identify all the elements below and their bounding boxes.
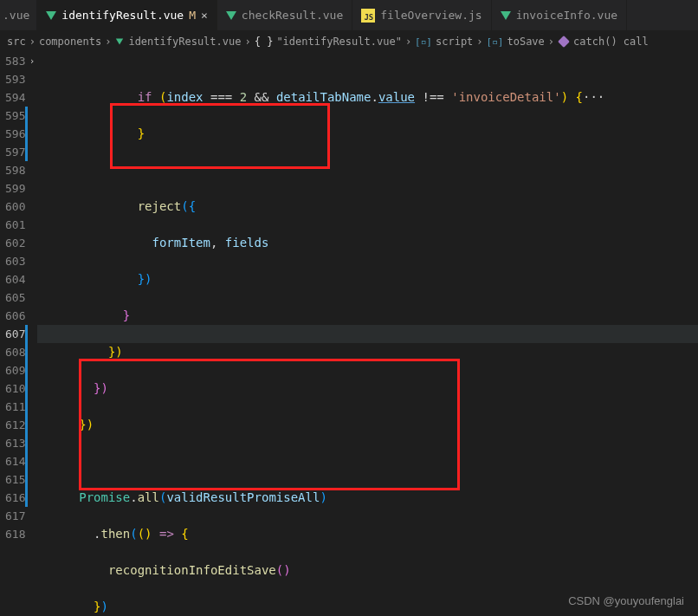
line-number: 610 — [5, 382, 25, 395]
chevron-right-icon: › — [105, 36, 111, 48]
code-area[interactable]: if (index === 2 && detailTabName.value !… — [37, 52, 698, 616]
line-number: 594 — [5, 91, 25, 104]
tab-label: fileOverview.js — [380, 9, 481, 22]
vue-icon — [501, 11, 511, 20]
line-number: 615 — [5, 473, 25, 486]
git-modified-bar — [25, 107, 28, 125]
git-modified-bar — [25, 361, 28, 379]
git-modified-bar — [25, 343, 28, 361]
line-number: 617 — [5, 509, 25, 522]
chevron-right-icon: › — [405, 36, 411, 48]
bc-item[interactable]: "identifyResult.vue" — [276, 36, 402, 48]
line-number: 595 — [5, 109, 25, 122]
braces-icon: { } — [255, 36, 274, 48]
tab-identifyresult[interactable]: identifyResult.vue M × — [37, 0, 217, 30]
script-icon: [▫] — [415, 36, 432, 48]
line-number: 599 — [5, 182, 25, 195]
bc-item[interactable]: script — [436, 36, 473, 48]
tab-fileoverview[interactable]: JS fileOverview.js — [352, 0, 491, 30]
breadcrumb[interactable]: src › components › identifyResult.vue › … — [0, 31, 698, 52]
tab-label: checkResult.vue — [242, 9, 343, 22]
close-icon[interactable]: × — [201, 9, 208, 22]
line-number: 612 — [5, 418, 25, 431]
line-gutter: 583› 593 594 595 596 597 598 599 600 601… — [0, 52, 37, 616]
js-icon: JS — [361, 9, 375, 23]
modified-indicator: M — [189, 9, 196, 22]
line-number: 616 — [5, 491, 25, 504]
chevron-right-icon: › — [244, 36, 250, 48]
line-number: 607 — [5, 327, 25, 340]
line-number: 603 — [5, 255, 25, 268]
line-number: 583 — [5, 55, 25, 68]
line-number: 618 — [5, 528, 25, 541]
line-number: 608 — [5, 346, 25, 359]
tab-label: invoiceInfo.vue — [516, 9, 617, 22]
line-number: 600 — [5, 200, 25, 213]
chevron-right-icon: › — [29, 36, 36, 48]
vue-icon — [46, 11, 56, 20]
git-modified-bar — [25, 143, 28, 161]
line-number: 602 — [5, 237, 25, 250]
line-number: 596 — [5, 127, 25, 140]
line-number: 609 — [5, 364, 25, 377]
bc-item[interactable]: src — [7, 36, 26, 48]
line-number: 613 — [5, 437, 25, 450]
git-modified-bar — [25, 470, 28, 489]
git-modified-bar — [25, 434, 28, 452]
line-number: 614 — [5, 455, 25, 468]
bc-item[interactable]: identifyResult.vue — [128, 36, 241, 48]
chevron-right-icon: › — [548, 36, 554, 48]
line-number: 601 — [5, 218, 25, 231]
line-number: 598 — [5, 164, 25, 177]
git-modified-bar — [25, 325, 28, 343]
line-number: 606 — [5, 309, 25, 322]
fold-icon[interactable]: › — [29, 52, 36, 70]
tab-label: identifyResult.vue — [61, 9, 184, 22]
method-icon: [▫] — [487, 36, 504, 48]
tab-partial[interactable]: .vue — [0, 0, 37, 30]
git-modified-bar — [25, 398, 28, 416]
chevron-right-icon: › — [476, 36, 482, 48]
vue-icon — [116, 39, 123, 45]
watermark: CSDN @youyoufenglai — [568, 594, 684, 607]
vue-icon — [226, 11, 236, 20]
git-modified-bar — [25, 416, 28, 434]
git-modified-bar — [25, 379, 28, 398]
git-modified-bar — [25, 489, 28, 507]
editor-pane[interactable]: 583› 593 594 595 596 597 598 599 600 601… — [0, 52, 698, 616]
method-icon — [558, 36, 570, 48]
bc-item[interactable]: components — [39, 36, 101, 48]
tab-invoiceinfo[interactable]: invoiceInfo.vue — [492, 0, 627, 30]
active-line-highlight — [37, 325, 698, 343]
git-modified-bar — [25, 125, 28, 143]
git-modified-bar — [25, 452, 28, 470]
line-number: 597 — [5, 146, 25, 159]
line-number: 604 — [5, 273, 25, 286]
tab-bar: .vue identifyResult.vue M × checkResult.… — [0, 0, 698, 31]
tab-label: .vue — [3, 9, 29, 22]
line-number: 605 — [5, 291, 25, 304]
bc-item[interactable]: toSave — [507, 36, 544, 48]
line-number: 593 — [5, 73, 25, 86]
line-number: 611 — [5, 400, 25, 413]
bc-item[interactable]: catch() call — [573, 36, 649, 48]
tab-checkresult[interactable]: checkResult.vue — [217, 0, 352, 30]
